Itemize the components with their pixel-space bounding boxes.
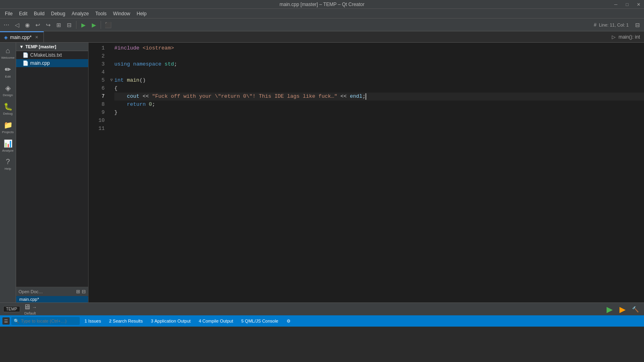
int-kw: int — [114, 76, 124, 84]
return-val: 0 — [149, 101, 152, 109]
minimize-button[interactable]: ─ — [610, 0, 621, 9]
toolbar-split-h[interactable]: ⊞ — [54, 20, 64, 30]
open-docs-split-icon[interactable]: ⊟ — [82, 289, 86, 294]
toolbar-settings[interactable]: ⊟ — [633, 20, 642, 30]
welcome-icon: ⌂ — [6, 47, 10, 55]
statusbar-tab-compile[interactable]: 4 Compile Output — [196, 318, 237, 324]
tab-qml-label: QML/JS Console — [245, 319, 278, 323]
code-line-6: { — [114, 84, 644, 93]
tab-main-cpp[interactable]: ◈ main.cpp* ✕ — [0, 31, 44, 42]
return-kw: return — [127, 101, 146, 109]
line-num-11: 11 — [89, 125, 105, 133]
menu-debug[interactable]: Debug — [48, 10, 68, 17]
toolbar-run[interactable]: ▶ — [78, 20, 88, 30]
toolbar-debug-run[interactable]: ▶ — [89, 20, 99, 30]
help-label: Help — [4, 167, 11, 171]
debug-icon: 🐛 — [4, 102, 12, 111]
kit-bar: TEMP 🖥 → Default ▶ ▶ 🔨 — [0, 302, 644, 315]
sidebar-help[interactable]: ? Help — [1, 155, 15, 173]
debug-label: Debug — [3, 112, 13, 115]
fold-6 — [109, 84, 114, 93]
tab-issues-num: 1 — [85, 319, 87, 323]
fold-4 — [109, 68, 114, 76]
statusbar-tab-search-results[interactable]: 2 Search Results — [106, 318, 146, 324]
title-text: main.cpp [master] – TEMP – Qt Creator — [280, 2, 365, 7]
run-button[interactable]: ▶ — [604, 304, 615, 315]
tree-title: TEMP [master] — [25, 44, 56, 49]
open-brace: { — [114, 84, 118, 93]
sidebar-edit[interactable]: ✏ Edit — [1, 63, 15, 80]
toolbar-hash-icon: # — [594, 22, 597, 28]
toolbar-snapshot[interactable]: ◉ — [23, 20, 32, 30]
code-line-4 — [114, 68, 644, 76]
build-button[interactable]: 🔨 — [630, 304, 641, 315]
edit-label: Edit — [5, 75, 11, 78]
toolbar-redo[interactable]: ↪ — [43, 20, 53, 30]
open-docs-add-icon[interactable]: ⊞ — [76, 289, 80, 294]
statusbar-tab-app-output[interactable]: 3 Application Output — [148, 318, 194, 324]
tab-app-label: Application Output — [155, 319, 191, 323]
code-editor[interactable]: 1 2 3 4 5 6 7 8 9 10 11 ▽ — [89, 43, 644, 302]
code-content: #include <iostream> using namespace std … — [114, 43, 644, 302]
using-kw: using — [114, 60, 130, 68]
statusbar-tab-issues[interactable]: 1 Issues — [81, 318, 104, 324]
open-docs-tab-maincpp[interactable]: main.cpp* — [16, 296, 88, 302]
sidebar-analyze[interactable]: 📊 Analyze — [1, 137, 15, 154]
analyze-icon: 📊 — [4, 139, 12, 148]
kit-default-label: Default — [25, 311, 36, 315]
statusbar-tab-qml[interactable]: 5 QML/JS Console — [238, 318, 281, 324]
file-tree: ▼ TEMP [master] 📄 CMakeLists.txt 📄 main.… — [16, 43, 89, 302]
code-area: 1 2 3 4 5 6 7 8 9 10 11 ▽ — [89, 43, 644, 302]
file-tree-header: ▼ TEMP [master] — [16, 43, 88, 51]
tab-compile-num: 4 — [199, 319, 201, 323]
sidebar-welcome[interactable]: ⌂ Welcome — [1, 44, 15, 62]
menu-window[interactable]: Window — [110, 10, 134, 17]
maximize-button[interactable]: □ — [621, 0, 633, 9]
cmake-icon: 📄 — [23, 52, 29, 58]
close-button[interactable]: ✕ — [633, 0, 644, 9]
menu-build[interactable]: Build — [31, 10, 48, 17]
kit-name-badge: TEMP — [3, 306, 20, 312]
debug-button[interactable]: ▶ — [617, 304, 628, 315]
tree-item-cmakelists[interactable]: 📄 CMakeLists.txt — [16, 51, 88, 59]
open-docs-label: Open Doc… — [19, 289, 74, 294]
titlebar: main.cpp [master] – TEMP – Qt Creator ─ … — [0, 0, 644, 9]
help-icon: ? — [6, 158, 10, 166]
fold-5[interactable]: ▽ — [109, 76, 114, 84]
line-num-8: 8 — [89, 101, 105, 109]
monitor-icon: 🖥 — [23, 303, 31, 311]
semicolon-8: ; — [152, 101, 155, 109]
op-1: << — [142, 93, 149, 101]
toolbar-undo[interactable]: ↩ — [33, 20, 43, 30]
fold-9 — [109, 109, 114, 117]
menu-file[interactable]: File — [2, 10, 16, 17]
sidebar-design[interactable]: ◈ Design — [1, 81, 15, 99]
breadcrumb-area: ▷ main(): int — [44, 31, 644, 42]
toolbar-split-v[interactable]: ⊟ — [64, 20, 74, 30]
sidebar-debug[interactable]: 🐛 Debug — [1, 100, 15, 117]
sidebar-projects[interactable]: 📁 Projects — [1, 118, 15, 136]
statusbar-settings-btn[interactable]: ⚙ — [283, 318, 294, 325]
kit-default: 🖥 → Default — [23, 303, 37, 315]
analyze-label: Analyze — [2, 149, 13, 152]
toolbar-forward[interactable]: ◁ — [12, 20, 22, 30]
menu-analyze[interactable]: Analyze — [68, 10, 92, 17]
menu-edit[interactable]: Edit — [16, 10, 31, 17]
menu-tools[interactable]: Tools — [92, 10, 110, 17]
tab-close-button[interactable]: ✕ — [34, 35, 39, 40]
code-line-11 — [114, 125, 644, 133]
menu-help[interactable]: Help — [134, 10, 150, 17]
tab-qml-num: 5 — [241, 319, 244, 323]
tree-item-maincpp[interactable]: 📄 main.cpp — [16, 59, 88, 67]
toolbar-back[interactable]: ⋯ — [2, 20, 11, 30]
locate-input[interactable] — [21, 319, 77, 323]
fold-gutter: ▽ — [109, 43, 114, 302]
breadcrumb-separator: ▷ — [612, 34, 615, 40]
statusbar-indicator: ☰ — [2, 317, 10, 325]
line-num-10: 10 — [89, 117, 105, 125]
toolbar-stop[interactable]: ⬛ — [103, 20, 113, 30]
code-line-3: using namespace std ; — [114, 60, 644, 68]
kit-icon-row: 🖥 → — [23, 303, 37, 311]
statusbar-search[interactable]: 🔍 — [11, 317, 80, 325]
fold-3 — [109, 60, 114, 68]
